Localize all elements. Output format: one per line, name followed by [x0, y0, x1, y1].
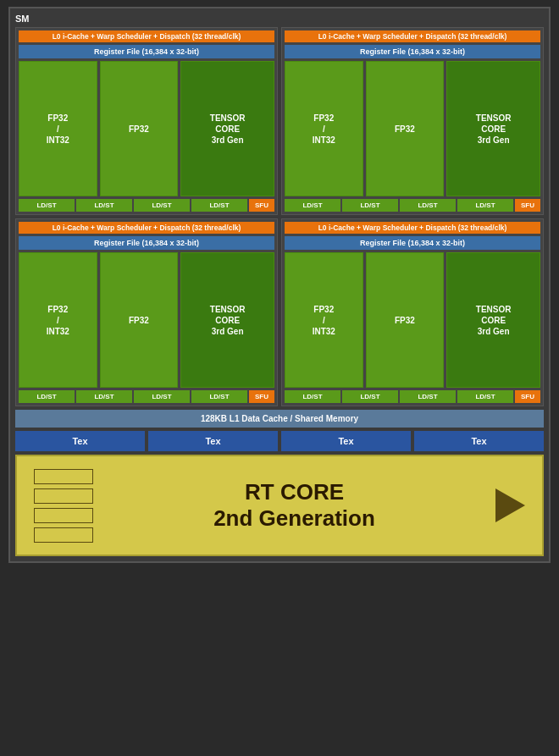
ldst-2-3: LD/ST: [400, 199, 456, 212]
fp32-int32-label-1: FP32/INT32: [47, 113, 69, 146]
sfu-2: SFU: [515, 199, 540, 212]
rt-diagram-box-2: [34, 488, 93, 504]
fp32-block-2: FP32: [366, 61, 445, 196]
sm-label: SM: [15, 14, 544, 24]
register-file-3: Register File (16,384 x 32-bit): [19, 236, 274, 250]
l0-banner-1: L0 i-Cache + Warp Scheduler + Dispatch (…: [19, 30, 274, 42]
sfu-4: SFU: [515, 390, 540, 403]
bottom-row-1: LD/ST LD/ST LD/ST LD/ST SFU: [19, 199, 274, 212]
ldst-1-2: LD/ST: [76, 199, 132, 212]
fp32-block-3: FP32: [100, 252, 179, 388]
fp32-int32-label-3: FP32/INT32: [47, 304, 69, 337]
fp32-int32-label-4: FP32/INT32: [313, 304, 335, 337]
ldst-3-4: LD/ST: [191, 390, 247, 403]
tex-block-1: Tex: [15, 431, 145, 451]
bottom-row-3: LD/ST LD/ST LD/ST LD/ST SFU: [19, 390, 274, 403]
rt-core-diagram: [34, 469, 93, 543]
cores-area-2: FP32/INT32 FP32 TENSORCORE3rd Gen: [285, 61, 540, 196]
ldst-4-1: LD/ST: [285, 390, 340, 403]
tensor-core-block-2: TENSORCORE3rd Gen: [446, 61, 540, 196]
fp32-block-1: FP32: [100, 61, 179, 196]
fp32-label-1: FP32: [129, 124, 149, 135]
rt-diagram-box-3: [34, 508, 93, 523]
fp32-int32-label-2: FP32/INT32: [313, 113, 335, 146]
tensor-core-label-1: TENSORCORE3rd Gen: [210, 113, 246, 146]
ldst-1-4: LD/ST: [191, 199, 247, 212]
cores-area-4: FP32/INT32 FP32 TENSORCORE3rd Gen: [285, 252, 540, 388]
fp32-int32-block-1: FP32/INT32: [19, 61, 97, 196]
bottom-row-4: LD/ST LD/ST LD/ST LD/ST SFU: [285, 390, 540, 403]
l1-cache-bar: 128KB L1 Data Cache / Shared Memory: [15, 410, 544, 428]
ldst-3-2: LD/ST: [76, 390, 132, 403]
tensor-core-block-4: TENSORCORE3rd Gen: [446, 252, 540, 388]
tex-row: Tex Tex Tex Tex: [15, 431, 544, 451]
fp32-int32-block-3: FP32/INT32: [19, 252, 97, 388]
rt-diagram-box-1: [34, 469, 93, 484]
rt-arrow-area: [495, 488, 525, 522]
cores-area-3: FP32/INT32 FP32 TENSORCORE3rd Gen: [19, 252, 274, 388]
quadrant-1: L0 i-Cache + Warp Scheduler + Dispatch (…: [15, 27, 278, 215]
fp32-block-4: FP32: [366, 252, 445, 388]
fp32-label-2: FP32: [395, 124, 415, 135]
ldst-4-3: LD/ST: [400, 390, 456, 403]
ldst-4-2: LD/ST: [342, 390, 398, 403]
tex-block-4: Tex: [414, 431, 544, 451]
ldst-2-1: LD/ST: [285, 199, 340, 212]
tensor-core-label-3: TENSORCORE3rd Gen: [210, 304, 246, 337]
l0-banner-4: L0 i-Cache + Warp Scheduler + Dispatch (…: [285, 222, 540, 234]
rt-core-label: RT CORE2nd Generation: [110, 479, 479, 532]
l0-banner-3: L0 i-Cache + Warp Scheduler + Dispatch (…: [19, 222, 274, 234]
rt-core-section: RT CORE2nd Generation: [15, 455, 544, 556]
quadrant-2: L0 i-Cache + Warp Scheduler + Dispatch (…: [281, 27, 544, 215]
tensor-core-label-2: TENSORCORE3rd Gen: [476, 113, 512, 146]
ldst-4-4: LD/ST: [457, 390, 513, 403]
tensor-core-block-3: TENSORCORE3rd Gen: [180, 252, 274, 388]
fp32-int32-block-2: FP32/INT32: [285, 61, 363, 196]
fp32-label-3: FP32: [129, 315, 149, 326]
tex-block-2: Tex: [148, 431, 278, 451]
register-file-1: Register File (16,384 x 32-bit): [19, 45, 274, 58]
ldst-1-1: LD/ST: [19, 199, 75, 212]
register-file-4: Register File (16,384 x 32-bit): [285, 236, 540, 250]
quadrant-4: L0 i-Cache + Warp Scheduler + Dispatch (…: [281, 218, 544, 406]
tensor-core-block-1: TENSORCORE3rd Gen: [180, 61, 274, 196]
tensor-core-label-4: TENSORCORE3rd Gen: [476, 304, 512, 337]
ldst-2-4: LD/ST: [457, 199, 513, 212]
rt-triangle-icon: [495, 488, 525, 522]
rt-diagram-box-4: [34, 527, 93, 543]
l0-banner-2: L0 i-Cache + Warp Scheduler + Dispatch (…: [285, 30, 540, 42]
sfu-1: SFU: [249, 199, 274, 212]
sm-container: SM L0 i-Cache + Warp Scheduler + Dispatc…: [8, 7, 551, 563]
ldst-3-3: LD/ST: [134, 390, 190, 403]
fp32-label-4: FP32: [395, 315, 415, 326]
register-file-2: Register File (16,384 x 32-bit): [285, 45, 540, 58]
bottom-row-2: LD/ST LD/ST LD/ST LD/ST SFU: [285, 199, 540, 212]
ldst-3-1: LD/ST: [19, 390, 75, 403]
fp32-int32-block-4: FP32/INT32: [285, 252, 363, 388]
quadrant-3: L0 i-Cache + Warp Scheduler + Dispatch (…: [15, 218, 278, 406]
quadrants-grid: L0 i-Cache + Warp Scheduler + Dispatch (…: [15, 27, 544, 406]
ldst-1-3: LD/ST: [134, 199, 190, 212]
ldst-2-2: LD/ST: [342, 199, 398, 212]
cores-area-1: FP32/INT32 FP32 TENSORCORE3rd Gen: [19, 61, 274, 196]
sfu-3: SFU: [249, 390, 274, 403]
tex-block-3: Tex: [281, 431, 411, 451]
